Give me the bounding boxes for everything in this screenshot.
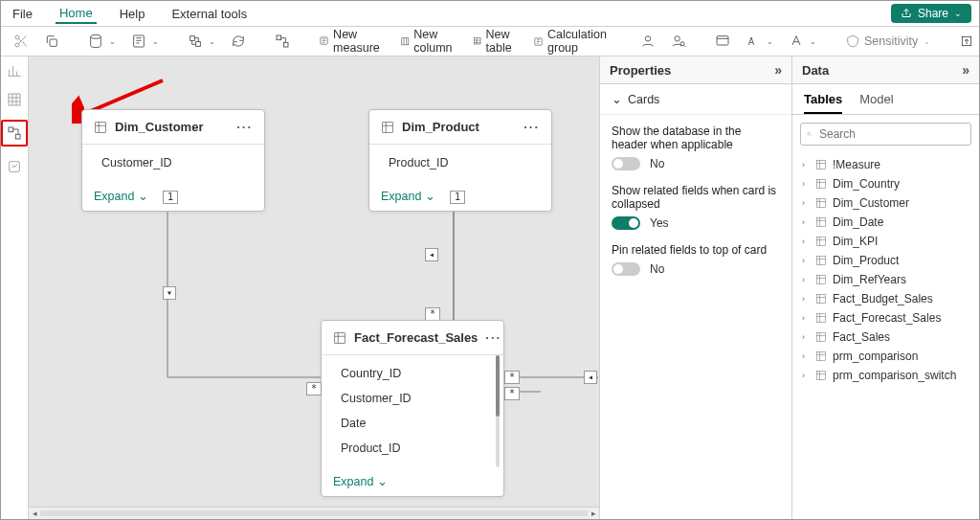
- menu-file[interactable]: File: [9, 5, 36, 23]
- table-name: Fact_Sales: [833, 330, 890, 344]
- scrollbar-thumb[interactable]: [496, 355, 500, 417]
- menu-help[interactable]: Help: [116, 5, 149, 23]
- get-data-button[interactable]: ⌄: [83, 31, 121, 52]
- new-table-button[interactable]: New table: [468, 25, 523, 57]
- dax-view-button[interactable]: [6, 158, 23, 175]
- table-icon: [815, 159, 827, 170]
- new-measure-button[interactable]: New measure: [314, 25, 390, 57]
- filter-direction-icon: ▾: [163, 286, 176, 300]
- menu-home[interactable]: Home: [56, 4, 97, 24]
- table-tree-item[interactable]: ›prm_comparison_switch: [796, 366, 975, 385]
- svg-rect-39: [817, 352, 826, 361]
- svg-point-14: [675, 36, 679, 41]
- transform-data-button[interactable]: ⌄: [183, 31, 220, 52]
- sensitivity-button[interactable]: Sensitivity⌄: [840, 31, 935, 52]
- collapse-panel-button[interactable]: »: [962, 62, 969, 78]
- table-icon: [815, 197, 827, 209]
- field-customer-id[interactable]: Customer_ID: [322, 386, 503, 411]
- svg-rect-19: [9, 127, 13, 132]
- tab-model[interactable]: Model: [859, 92, 893, 114]
- chevron-down-icon: ⌄: [138, 190, 148, 203]
- data-title: Data: [802, 63, 829, 78]
- card-expand-button[interactable]: Expand ⌄: [322, 466, 503, 496]
- refresh-button[interactable]: [226, 31, 251, 52]
- table-tree-item[interactable]: ›Dim_RefYears: [796, 270, 975, 289]
- excel-button[interactable]: ⌄: [126, 31, 164, 52]
- table-icon: [815, 312, 827, 324]
- card-more-button[interactable]: ···: [236, 120, 253, 134]
- calc-group-label: Calculation group: [547, 28, 612, 55]
- cardinality-many: *: [425, 307, 440, 321]
- toggle-related-fields[interactable]: [612, 216, 640, 230]
- publish-button[interactable]: [954, 31, 979, 52]
- field-country-id[interactable]: Country_ID: [322, 361, 503, 386]
- table-tree-item[interactable]: ›!Measure: [796, 155, 975, 174]
- manage-relationships-button[interactable]: [270, 31, 295, 52]
- table-tree-item[interactable]: ›Dim_Product: [796, 251, 975, 270]
- column-icon: [400, 34, 411, 49]
- new-column-button[interactable]: New column: [395, 25, 462, 57]
- cut-button[interactable]: [9, 31, 33, 52]
- table-tree-item[interactable]: ›prm_comparison: [796, 347, 975, 366]
- search-input[interactable]: [817, 126, 965, 142]
- table-name: prm_comparison: [833, 350, 918, 363]
- scroll-left-icon[interactable]: ◂: [29, 509, 40, 518]
- table-tree-item[interactable]: ›Fact_Sales: [796, 328, 975, 347]
- linguistic-schema-button[interactable]: ⌄: [741, 31, 778, 52]
- report-view-button[interactable]: [6, 62, 23, 79]
- cards-section-header[interactable]: ⌄ Cards: [600, 84, 791, 115]
- card-more-button[interactable]: ···: [485, 330, 501, 345]
- card-more-button[interactable]: ···: [523, 120, 540, 134]
- model-canvas[interactable]: Dim_Customer ··· Customer_ID Expand ⌄ 1 …: [29, 57, 599, 519]
- table-tree-item[interactable]: ›Fact_Budget_Sales: [796, 289, 975, 308]
- table-tree-item[interactable]: ›Dim_KPI: [796, 232, 975, 251]
- transform-icon: [188, 34, 203, 49]
- table-icon: [815, 274, 827, 285]
- table-tree-item[interactable]: ›Dim_Date: [796, 213, 975, 232]
- table-icon: [333, 331, 346, 345]
- search-box[interactable]: [800, 123, 971, 146]
- toggle-pin-fields[interactable]: [612, 262, 640, 276]
- field-product-id[interactable]: Product_ID: [322, 436, 503, 461]
- svg-rect-6: [196, 42, 201, 47]
- chevron-right-icon: ›: [802, 332, 810, 342]
- collapse-panel-button[interactable]: »: [774, 62, 782, 78]
- roles-button[interactable]: [666, 31, 691, 52]
- table-tree-item[interactable]: ›Dim_Country: [796, 174, 975, 193]
- svg-rect-11: [475, 38, 480, 44]
- menu-external-tools[interactable]: External tools: [167, 5, 251, 23]
- scrollbar[interactable]: [496, 355, 500, 467]
- prop-related-fields-label: Show related fields when card is collaps…: [612, 184, 780, 211]
- svg-point-15: [680, 42, 684, 46]
- properties-title: Properties: [610, 63, 671, 78]
- field-product-id[interactable]: Product_ID: [369, 150, 551, 175]
- toggle-show-db[interactable]: [612, 157, 640, 170]
- copy-button[interactable]: [39, 31, 64, 52]
- model-view-button[interactable]: [1, 120, 28, 147]
- calc-group-icon: [533, 34, 544, 49]
- text-format-button[interactable]: ⌄: [784, 31, 821, 52]
- chevron-right-icon: ›: [802, 351, 810, 361]
- table-tree-item[interactable]: ›Fact_Forecast_Sales: [796, 308, 975, 328]
- svg-rect-26: [383, 122, 393, 132]
- qna-button[interactable]: [635, 31, 660, 52]
- table-icon: [7, 92, 22, 107]
- share-button[interactable]: Share ⌄: [891, 4, 971, 23]
- field-date[interactable]: Date: [322, 411, 503, 436]
- cardinality-many: *: [504, 371, 520, 384]
- table-tree-item[interactable]: ›Dim_Customer: [796, 193, 975, 213]
- card-fact-forecast-sales[interactable]: Fact_Forecast_Sales ··· Country_ID Custo…: [321, 320, 504, 497]
- language-button[interactable]: [710, 31, 735, 52]
- publish-icon: [959, 34, 974, 49]
- svg-point-13: [645, 36, 650, 41]
- calc-group-button[interactable]: Calculation group: [528, 25, 616, 57]
- field-customer-id[interactable]: Customer_ID: [82, 150, 264, 175]
- table-name: Dim_Product: [833, 254, 899, 267]
- table-icon: [473, 34, 482, 49]
- text-az-icon: [746, 34, 761, 49]
- canvas-hscroll[interactable]: ◂ ▸: [29, 507, 599, 519]
- properties-panel: Properties » ⌄ Cards Show the database i…: [599, 57, 791, 519]
- table-view-button[interactable]: [6, 91, 23, 108]
- tab-tables[interactable]: Tables: [804, 92, 842, 114]
- scroll-right-icon[interactable]: ▸: [588, 509, 599, 518]
